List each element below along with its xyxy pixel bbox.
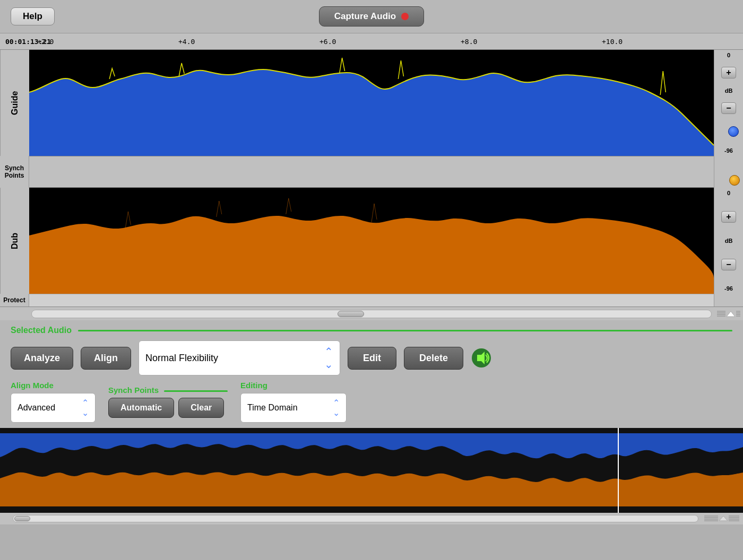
timestamp: 00:01:13:21 bbox=[5, 38, 51, 46]
align-mode-value: Advanced bbox=[18, 403, 55, 413]
editing-label: Editing bbox=[240, 381, 347, 390]
editing-select[interactable]: Time Domain ⌃⌄ bbox=[240, 393, 347, 423]
align-mode-arrow-icon: ⌃⌄ bbox=[82, 398, 89, 418]
selected-audio-row: Selected Audio bbox=[11, 326, 732, 335]
dub-waveform-svg bbox=[29, 188, 714, 294]
guide-db-top: 0 bbox=[727, 52, 730, 58]
synch-db-side bbox=[714, 156, 743, 188]
automatic-button[interactable]: Automatic bbox=[108, 398, 174, 418]
record-indicator bbox=[401, 13, 409, 20]
bottom-zoom-icon[interactable] bbox=[703, 514, 740, 523]
guide-db-scale: 0 + dB − -96 bbox=[714, 50, 743, 156]
ruler-mark-3: +6.0 bbox=[319, 38, 461, 46]
guide-level-handle[interactable] bbox=[728, 126, 739, 137]
bottom-scrollbar-row bbox=[0, 513, 743, 524]
guide-track: Guide 0 + dB − -96 bbox=[0, 50, 743, 156]
dub-track: Dub 0 + dB − -96 bbox=[0, 188, 743, 294]
dub-plus-button[interactable]: + bbox=[721, 211, 736, 223]
editing-arrow-icon: ⌃⌄ bbox=[333, 398, 340, 418]
align-mode-controls: Advanced ⌃⌄ bbox=[11, 393, 96, 423]
svg-marker-2 bbox=[727, 311, 735, 317]
align-mode-select[interactable]: Advanced ⌃⌄ bbox=[11, 393, 96, 423]
guide-plus-button[interactable]: + bbox=[721, 67, 736, 78]
scrollbar-right-zoom bbox=[714, 309, 743, 319]
ruler-mark-1: +2.0 bbox=[37, 38, 178, 46]
timeline-ruler: 00:01:13:21 +2.0 +4.0 +6.0 +8.0 +10.0 bbox=[0, 33, 743, 50]
controls-section: Selected Audio Analyze Align Normal Flex… bbox=[0, 320, 743, 428]
bottom-zoom-control bbox=[701, 514, 743, 523]
selected-audio-label: Selected Audio bbox=[11, 326, 72, 335]
sub-controls-row: Align Mode Advanced ⌃⌄ Synch Points Auto… bbox=[11, 381, 732, 423]
flexibility-arrow-icon: ⌃⌄ bbox=[324, 345, 333, 371]
dub-waveform-area bbox=[29, 188, 714, 294]
help-button[interactable]: Help bbox=[11, 7, 55, 25]
align-mode-section: Align Mode Advanced ⌃⌄ bbox=[11, 381, 96, 423]
delete-button[interactable]: Delete bbox=[404, 347, 463, 370]
top-bar: Help Capture Audio bbox=[0, 0, 743, 33]
dub-label: Dub bbox=[0, 188, 29, 294]
top-scroll-thumb[interactable] bbox=[338, 311, 364, 317]
flexibility-value: Normal Flexibility bbox=[145, 353, 218, 364]
dub-db-scale: 0 + dB − -96 bbox=[714, 188, 743, 294]
capture-audio-button[interactable]: Capture Audio bbox=[319, 6, 424, 27]
align-button[interactable]: Align bbox=[81, 347, 131, 370]
protect-label: Protect bbox=[0, 294, 29, 307]
analyze-button[interactable]: Analyze bbox=[11, 347, 73, 370]
guide-db-bottom: -96 bbox=[724, 147, 733, 154]
editing-value: Time Domain bbox=[247, 403, 298, 413]
bottom-scroll-track[interactable] bbox=[13, 515, 698, 522]
edit-button[interactable]: Edit bbox=[348, 347, 396, 370]
synch-points-label: Synch Points bbox=[108, 386, 159, 395]
guide-waveform-svg bbox=[29, 50, 714, 156]
svg-marker-15 bbox=[719, 516, 728, 521]
capture-audio-label: Capture Audio bbox=[334, 11, 396, 22]
bottom-waveform-svg bbox=[0, 428, 743, 513]
ruler-mark-2: +4.0 bbox=[178, 38, 319, 46]
protect-db-side bbox=[714, 294, 743, 307]
synch-level-handle[interactable] bbox=[729, 175, 740, 186]
dub-db-top: 0 bbox=[727, 190, 730, 196]
protect-bar bbox=[29, 294, 714, 307]
synch-points-row: Synch Points bbox=[0, 156, 743, 188]
bottom-waveform bbox=[0, 428, 743, 513]
protect-row: Protect bbox=[0, 294, 743, 307]
dub-db-label: dB bbox=[725, 238, 733, 244]
selected-audio-line bbox=[78, 330, 732, 331]
align-mode-label: Align Mode bbox=[11, 381, 96, 390]
editing-section: Editing Time Domain ⌃⌄ bbox=[240, 381, 347, 423]
guide-minus-button[interactable]: − bbox=[721, 102, 736, 114]
synch-points-section: Synch Points Automatic Clear bbox=[108, 386, 228, 418]
flexibility-select[interactable]: Normal Flexibility ⌃⌄ bbox=[139, 340, 340, 375]
dub-minus-button[interactable]: − bbox=[721, 259, 736, 270]
synch-points-line bbox=[164, 390, 228, 392]
guide-waveform-area bbox=[29, 50, 714, 156]
ruler-marks: +2.0 +4.0 +6.0 +8.0 +10.0 bbox=[37, 38, 743, 46]
synch-label: Synch Points bbox=[0, 156, 29, 188]
ruler-mark-5: +10.0 bbox=[602, 38, 743, 46]
ruler-mark-4: +8.0 bbox=[461, 38, 602, 46]
main-controls-row: Analyze Align Normal Flexibility ⌃⌄ Edit… bbox=[11, 340, 732, 375]
dub-db-bottom: -96 bbox=[724, 285, 733, 292]
guide-label: Guide bbox=[0, 50, 29, 156]
speaker-icon[interactable] bbox=[471, 347, 492, 369]
top-scrollbar-row bbox=[0, 307, 743, 320]
synch-points-controls: Automatic Clear bbox=[108, 398, 228, 418]
synch-label-2: Points bbox=[5, 172, 24, 179]
synch-label-1: Synch bbox=[5, 164, 24, 172]
synch-timeline[interactable] bbox=[29, 156, 714, 188]
bottom-scroll-thumb[interactable] bbox=[14, 516, 30, 521]
clear-button[interactable]: Clear bbox=[178, 398, 224, 418]
guide-db-label: dB bbox=[725, 88, 733, 94]
top-scroll-track[interactable] bbox=[31, 310, 712, 318]
zoom-control-icon[interactable] bbox=[716, 309, 741, 319]
